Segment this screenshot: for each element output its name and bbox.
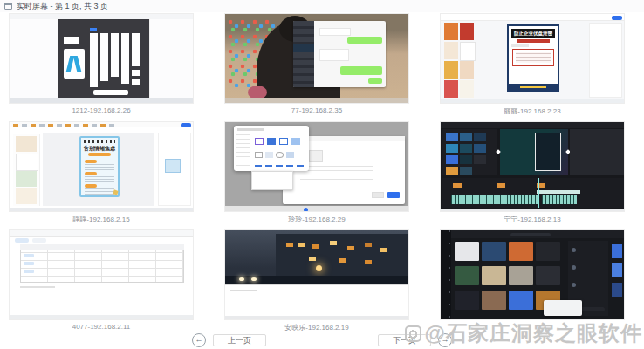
timeline-clip-orange [453,183,462,188]
wechat-contact-list [293,21,314,87]
template-card [509,291,533,310]
template-thumb [16,154,38,171]
section-header [85,184,97,188]
avatar [572,283,576,287]
table-cell-chip [24,270,34,273]
screen-cell-3[interactable]: 防止企业优盘泄密 丽丽-192.168.2.23 [440,13,625,116]
template-card [536,242,560,261]
popup-dialog [544,300,582,316]
poster-textbox [512,49,554,66]
screen-cell-6[interactable]: 宁宁-192.168.2.13 [440,121,625,224]
remote-screen-preview-4[interactable]: 告别情绪焦虑 [9,121,194,212]
lit-window [298,243,305,247]
timeline-audio-clip [451,195,538,204]
dialog-tree [236,134,250,168]
artboard [111,33,119,77]
chat-bubble-right-green [368,78,382,84]
right-panel [149,19,194,98]
screen-cell-9[interactable] [440,229,625,323]
screen-cell-5[interactable]: 玲玲-192.168.2.29 [224,121,409,224]
template-card [455,266,479,285]
template-thumb [444,80,458,98]
lit-window [365,260,372,264]
timeline-text-clip [537,190,580,194]
playhead [538,178,539,208]
chat-bubble-right-green [340,66,382,75]
template-thumb [16,171,37,187]
timeline-audio-clip [542,195,577,204]
remote-screen-preview-1[interactable] [9,13,194,104]
left-rail [441,230,451,320]
screen-cell-7[interactable]: 4077-192.168.2.11 [9,229,194,331]
right-panel [589,23,622,98]
media-thumb [460,144,472,153]
taskbar [10,208,193,212]
properties-panel [570,129,624,174]
template-card [482,266,506,285]
avatar [572,265,576,270]
media-thumb [460,155,472,164]
template-card [455,291,479,310]
color-swatch [165,159,181,173]
poster-canvas: 防止企业优盘泄密 [507,24,559,92]
button-chip [32,238,46,243]
template-thumb [460,23,474,40]
screen-caption: 1212-192.168.2.26 [9,106,194,114]
lit-window [286,243,293,247]
image-placeholder [309,150,323,162]
taskbar [225,98,408,104]
screen-caption: 玲玲-192.168.2.29 [224,215,409,224]
screen-cell-1[interactable]: 1212-192.168.2.26 [9,13,194,114]
flowchart-shape [255,152,263,158]
editor-topbar [441,14,624,21]
template-card [482,291,506,310]
section-header [85,160,97,163]
table-cell-chip [24,254,34,257]
remote-screen-preview-6[interactable] [440,121,625,212]
remote-screen-preview-7[interactable] [9,229,194,320]
flowchart-shape [276,152,284,158]
chat-bubble-right-green [347,37,382,44]
doc-toolbar [10,230,193,237]
document-text [300,166,373,181]
remote-screen-preview-2[interactable] [224,13,409,104]
lantern [316,265,322,271]
next-page-arrow-icon[interactable]: → [438,333,452,347]
note-poster: 告别情绪焦虑 [79,136,120,197]
note-title: 告别情绪焦虑 [81,145,118,153]
screen-cell-4[interactable]: 告别情绪焦虑 静静-192.168.2.15 [9,121,194,224]
media-thumb [460,167,472,175]
timeline-clip-orange [497,183,505,188]
remote-screen-preview-5[interactable] [224,121,409,212]
remote-screen-preview-9[interactable] [440,229,625,320]
prev-page-arrow-icon[interactable]: ← [192,333,206,347]
template-card [455,242,479,261]
button-chip [15,238,29,243]
menu-dashes [13,124,118,127]
prev-page-button[interactable]: 上一页 [213,334,266,346]
screen-cell-2[interactable]: 77-192.168.2.35 [224,13,409,114]
avatar [572,248,576,252]
lit-window [339,258,346,263]
template-thumb [460,42,476,61]
remote-screen-preview-8[interactable] [224,229,409,320]
lit-window [347,246,354,250]
screen-caption: 77-192.168.2.35 [224,106,409,114]
footnote-line [20,286,55,288]
car-light [251,277,257,281]
section-text [85,188,114,195]
remote-screen-preview-3[interactable]: 防止企业优盘泄密 [440,13,625,104]
media-thumb [446,167,458,175]
primary-button [612,16,622,20]
note-badge [88,153,111,156]
flowchart-shape [255,138,264,145]
template-card [509,242,533,261]
taskbar [10,315,193,320]
section-text [85,164,114,170]
screen-cell-8[interactable]: 安映乐-192.168.2.19 [224,229,409,332]
screen-caption: 丽丽-192.168.2.23 [440,106,625,116]
artboard [121,33,129,84]
next-page-button[interactable]: 下一页 [378,334,431,346]
left-panel [10,19,59,98]
lit-window [380,248,387,252]
